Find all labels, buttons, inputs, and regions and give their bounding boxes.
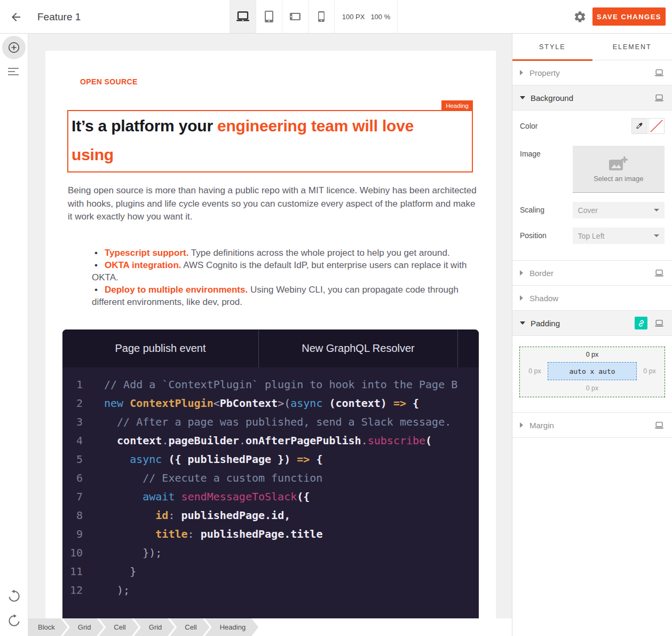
breadcrumb-item[interactable]: Block: [28, 618, 68, 636]
line-number: 9: [62, 525, 83, 544]
gear-icon: [573, 10, 587, 23]
code-token: .: [162, 434, 168, 447]
redo-circle-icon: [7, 614, 21, 627]
add-element-button[interactable]: [2, 36, 26, 59]
code-line: 4 context.pageBuilder.onAfterPagePublish…: [62, 431, 479, 450]
code-token: :: [168, 509, 181, 522]
breadcrumb-item[interactable]: Cell: [99, 618, 138, 636]
breadcrumb-item[interactable]: Grid: [63, 618, 104, 636]
padding-link-values-button[interactable]: [635, 317, 647, 329]
padding-left-value[interactable]: 0 px: [525, 367, 544, 375]
chevron-down-icon: [520, 321, 525, 325]
element-size-input[interactable]: auto x auto: [548, 362, 637, 380]
undo-button[interactable]: [7, 590, 21, 603]
code-token: {: [406, 397, 419, 410]
feature-list[interactable]: •Typescript support. Type definitions ac…: [92, 247, 474, 308]
list-item[interactable]: •Typescript support. Type definitions ac…: [92, 247, 474, 259]
none-swatch-icon: [649, 119, 664, 134]
chevron-down-icon: [654, 209, 659, 211]
breadcrumb-item[interactable]: Heading: [205, 618, 258, 636]
position-value: Top Left: [578, 232, 605, 240]
code-token: // Add a `ContextPlugin` plugin to hook …: [104, 378, 457, 391]
code-token: =>: [393, 397, 406, 410]
code-line: 3 // After a page was published, send a …: [62, 413, 479, 431]
breadcrumb-item[interactable]: Grid: [134, 618, 175, 636]
code-line: 2new ContextPlugin<PbContext>(async (con…: [62, 394, 479, 413]
list-item[interactable]: •OKTA integration. AWS Cognito is the de…: [92, 259, 474, 284]
bullet-icon: •: [94, 285, 98, 295]
code-token: (: [425, 434, 432, 447]
laptop-icon: [654, 319, 665, 327]
chevron-right-icon: [520, 70, 523, 75]
section-background[interactable]: Background: [512, 85, 672, 111]
tab-element[interactable]: ELEMENT: [592, 34, 672, 60]
code-token: async: [290, 397, 322, 410]
page-builder-app: Feature 1: [0, 0, 672, 636]
code-token: ({ publishedPage }): [162, 453, 297, 466]
section-property[interactable]: Property: [512, 60, 672, 85]
code-token: }: [104, 565, 136, 578]
navigator-button[interactable]: [8, 68, 20, 77]
code-token: {: [310, 453, 322, 466]
undo-circle-icon: [7, 590, 21, 603]
heading-text-accent-line1: engineering team will love: [217, 117, 414, 135]
padding-bottom-value[interactable]: 0 px: [525, 384, 659, 392]
code-token: subscribe: [368, 434, 425, 447]
scaling-value: Cover: [578, 206, 598, 215]
laptop-icon: [654, 94, 665, 102]
image-select-area[interactable]: Select an image: [573, 146, 665, 193]
selected-heading-element[interactable]: Heading It’s a platform yourengineering …: [67, 110, 473, 172]
save-changes-button[interactable]: SAVE CHANGES: [592, 7, 666, 26]
padding-top-value[interactable]: 0 px: [525, 351, 659, 358]
line-number: 6: [62, 469, 83, 488]
position-select[interactable]: Top Left: [573, 227, 665, 244]
padding-right-value[interactable]: 0 px: [640, 367, 659, 375]
device-tablet-button[interactable]: [256, 0, 282, 33]
arrow-left-icon: [10, 11, 22, 23]
line-number: 4: [62, 431, 83, 450]
device-mobile-button[interactable]: [309, 0, 335, 33]
code-line: 8 id: publishedPage.id,: [62, 506, 479, 525]
code-token: sendMessageToSlack: [181, 490, 297, 503]
line-number: 12: [62, 581, 83, 600]
breadcrumb: BlockGridCellGridCellHeading: [28, 618, 512, 636]
tablet-landscape-icon: [290, 13, 301, 20]
code-tabs: Page publish eventNew GraphQL Resolver: [62, 329, 479, 367]
code-image-element[interactable]: Page publish eventNew GraphQL Resolver 1…: [62, 329, 479, 629]
position-label: Position: [520, 227, 573, 244]
heading-text: It’s a platform yourengineering team wil…: [72, 112, 469, 169]
section-shadow[interactable]: Shadow: [512, 286, 672, 311]
device-tablet-landscape-button[interactable]: [282, 0, 309, 33]
bullet-icon: •: [94, 260, 98, 270]
line-number: 11: [62, 562, 83, 581]
settings-button[interactable]: [573, 10, 587, 24]
color-none-button[interactable]: [649, 118, 665, 134]
code-line: 12 );: [62, 581, 479, 600]
laptop-icon: [654, 69, 665, 77]
section-border[interactable]: Border: [512, 261, 672, 286]
code-token: (context): [322, 397, 393, 410]
paragraph-element[interactable]: Being open source is more than having a …: [68, 184, 477, 224]
back-button[interactable]: [7, 9, 25, 26]
color-picker-button[interactable]: [631, 118, 647, 134]
background-settings: Color Image: [512, 111, 672, 261]
code-token: });: [104, 546, 162, 559]
tab-style[interactable]: STYLE: [512, 34, 592, 60]
chevron-right-icon: [520, 422, 523, 428]
redo-button[interactable]: [7, 614, 21, 627]
image-label: Image: [520, 146, 573, 193]
kicker-text[interactable]: OPEN SOURCE: [80, 77, 138, 86]
chevron-down-icon: [654, 234, 659, 237]
breadcrumb-item[interactable]: Cell: [170, 618, 209, 636]
code-tab-partial: [457, 329, 479, 367]
scaling-select[interactable]: Cover: [573, 202, 665, 218]
device-preview-group: [230, 0, 335, 33]
section-padding[interactable]: Padding: [512, 311, 672, 336]
device-desktop-button[interactable]: [230, 0, 256, 33]
section-margin[interactable]: Margin: [512, 413, 672, 438]
code-token: onAfterPagePublish: [246, 434, 361, 447]
code-line: 10 });: [62, 544, 479, 562]
list-item[interactable]: •Deploy to multiple environments. Using …: [92, 284, 474, 308]
code-token: async: [104, 453, 162, 466]
code-body: 1// Add a `ContextPlugin` plugin to hook…: [62, 367, 479, 600]
